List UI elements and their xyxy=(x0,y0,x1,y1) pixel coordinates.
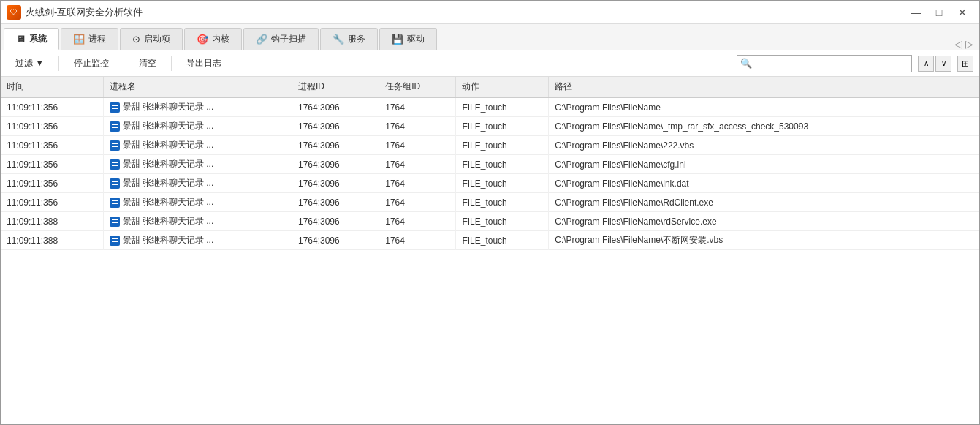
col-pid: 进程ID xyxy=(292,77,379,97)
table-row[interactable]: 11:09:11:356景甜 张继科聊天记录 ...1764:30961764F… xyxy=(1,117,979,136)
col-procname: 进程名 xyxy=(103,77,292,97)
cell-action: FILE_touch xyxy=(456,174,549,193)
close-button[interactable]: ✕ xyxy=(951,4,973,20)
export-button[interactable]: 导出日志 xyxy=(178,54,230,73)
process-icon xyxy=(110,198,120,208)
cell-time: 11:09:11:356 xyxy=(1,155,103,174)
window-title: 火绒剑-互联网安全分析软件 xyxy=(26,6,143,19)
tab-service[interactable]: 🔧 服务 xyxy=(320,28,378,50)
cell-pid: 1764:3096 xyxy=(292,155,379,174)
kernel-tab-icon: 🎯 xyxy=(197,34,208,45)
toolbar-separator-1 xyxy=(58,56,59,71)
hook-tab-icon: 🔗 xyxy=(256,34,267,45)
cell-tid: 1764 xyxy=(379,136,456,155)
cell-pid: 1764:3096 xyxy=(292,117,379,136)
title-bar: 🛡 火绒剑-互联网安全分析软件 — □ ✕ xyxy=(1,1,979,24)
nav-down-button[interactable]: ∨ xyxy=(935,56,951,72)
minimize-button[interactable]: — xyxy=(905,4,927,20)
title-bar-left: 🛡 火绒剑-互联网安全分析软件 xyxy=(7,5,143,20)
table-row[interactable]: 11:09:11:356景甜 张继科聊天记录 ...1764:30961764F… xyxy=(1,193,979,212)
search-input[interactable] xyxy=(752,59,905,69)
process-icon xyxy=(110,140,120,151)
table-row[interactable]: 11:09:11:356景甜 张继科聊天记录 ...1764:30961764F… xyxy=(1,136,979,155)
cell-time: 11:09:11:356 xyxy=(1,136,103,155)
cell-path: C:\Program Files\FileName\rdService.exe xyxy=(549,212,979,231)
col-time: 时间 xyxy=(1,77,103,97)
tab-process-label: 进程 xyxy=(88,33,106,45)
tab-scroll-right[interactable]: ◁ ▷ xyxy=(954,38,979,50)
table-row[interactable]: 11:09:11:356景甜 张继科聊天记录 ...1764:30961764F… xyxy=(1,155,979,174)
cell-path: C:\Program Files\FileName\lnk.dat xyxy=(549,174,979,193)
tab-process[interactable]: 🪟 进程 xyxy=(61,28,118,50)
grid-view-button[interactable]: ⊞ xyxy=(957,56,973,72)
cell-tid: 1764 xyxy=(379,155,456,174)
table-row[interactable]: 11:09:11:356景甜 张继科聊天记录 ...1764:30961764F… xyxy=(1,97,979,117)
tab-driver[interactable]: 💾 驱动 xyxy=(379,28,437,50)
app-icon: 🛡 xyxy=(7,5,21,20)
table-header-row: 时间 进程名 进程ID 任务组ID 动作 路径 xyxy=(1,77,979,97)
tab-startup[interactable]: ⊙ 启动项 xyxy=(120,28,183,50)
main-window: 🛡 火绒剑-互联网安全分析软件 — □ ✕ 🖥 系统 🪟 进程 ⊙ 启动项 🎯 … xyxy=(0,0,980,425)
col-path: 路径 xyxy=(549,77,979,97)
cell-time: 11:09:11:356 xyxy=(1,193,103,212)
table-row[interactable]: 11:09:11:356景甜 张继科聊天记录 ...1764:30961764F… xyxy=(1,174,979,193)
tab-startup-label: 启动项 xyxy=(144,33,170,45)
cell-proc: 景甜 张继科聊天记录 ... xyxy=(103,97,292,117)
cell-tid: 1764 xyxy=(379,193,456,212)
cell-proc: 景甜 张继科聊天记录 ... xyxy=(103,174,292,193)
cell-proc: 景甜 张继科聊天记录 ... xyxy=(103,136,292,155)
tab-hook-label: 钩子扫描 xyxy=(271,33,306,45)
toolbar-separator-2 xyxy=(124,56,124,71)
cell-action: FILE_touch xyxy=(456,193,549,212)
cell-proc: 景甜 张继科聊天记录 ... xyxy=(103,212,292,231)
cell-time: 11:09:11:356 xyxy=(1,174,103,193)
tab-system[interactable]: 🖥 系统 xyxy=(4,28,59,50)
process-icon xyxy=(110,236,120,246)
table-row[interactable]: 11:09:11:388景甜 张继科聊天记录 ...1764:30961764F… xyxy=(1,231,979,250)
cell-tid: 1764 xyxy=(379,97,456,117)
tab-service-label: 服务 xyxy=(348,33,365,45)
cell-tid: 1764 xyxy=(379,174,456,193)
process-icon xyxy=(110,121,120,132)
clear-button[interactable]: 清空 xyxy=(130,54,165,73)
system-tab-icon: 🖥 xyxy=(16,34,26,45)
filter-button[interactable]: 过滤 ▼ xyxy=(7,54,53,73)
tab-hook-scan[interactable]: 🔗 钩子扫描 xyxy=(243,28,319,50)
cell-path: C:\Program Files\FileName xyxy=(549,97,979,117)
tab-bar: 🖥 系统 🪟 进程 ⊙ 启动项 🎯 内核 🔗 钩子扫描 🔧 服务 💾 驱动 ◁ … xyxy=(1,24,979,50)
cell-pid: 1764:3096 xyxy=(292,97,379,117)
process-icon xyxy=(110,217,120,227)
cell-action: FILE_touch xyxy=(456,117,549,136)
cell-pid: 1764:3096 xyxy=(292,136,379,155)
cell-pid: 1764:3096 xyxy=(292,193,379,212)
nav-buttons: ∧ ∨ xyxy=(918,56,951,72)
cell-time: 11:09:11:356 xyxy=(1,117,103,136)
cell-proc: 景甜 张继科聊天记录 ... xyxy=(103,117,292,136)
cell-proc: 景甜 张继科聊天记录 ... xyxy=(103,193,292,212)
col-tid: 任务组ID xyxy=(379,77,456,97)
cell-tid: 1764 xyxy=(379,231,456,250)
stop-monitor-button[interactable]: 停止监控 xyxy=(65,54,118,73)
process-icon xyxy=(110,178,120,189)
cell-path: C:\Program Files\FileName\cfg.ini xyxy=(549,155,979,174)
cell-action: FILE_touch xyxy=(456,155,549,174)
cell-action: FILE_touch xyxy=(456,136,549,155)
cell-path: C:\Program Files\FileName\RdClient.exe xyxy=(549,193,979,212)
table-row[interactable]: 11:09:11:388景甜 张继科聊天记录 ...1764:30961764F… xyxy=(1,212,979,231)
cell-proc: 景甜 张继科聊天记录 ... xyxy=(103,231,292,250)
cell-time: 11:09:11:388 xyxy=(1,231,103,250)
cell-tid: 1764 xyxy=(379,212,456,231)
process-tab-icon: 🪟 xyxy=(73,34,85,45)
cell-path: C:\Program Files\FileName\222.vbs xyxy=(549,136,979,155)
tab-driver-label: 驱动 xyxy=(407,33,425,45)
maximize-button[interactable]: □ xyxy=(928,4,950,20)
tab-kernel-label: 内核 xyxy=(212,33,229,45)
tab-system-label: 系统 xyxy=(29,33,47,45)
cell-time: 11:09:11:356 xyxy=(1,97,103,117)
nav-up-button[interactable]: ∧ xyxy=(918,56,934,72)
cell-path: C:\Program Files\FileName\_tmp_rar_sfx_a… xyxy=(549,117,979,136)
process-icon xyxy=(110,159,120,170)
startup-tab-icon: ⊙ xyxy=(132,34,140,45)
cell-pid: 1764:3096 xyxy=(292,174,379,193)
tab-kernel[interactable]: 🎯 内核 xyxy=(184,28,242,50)
